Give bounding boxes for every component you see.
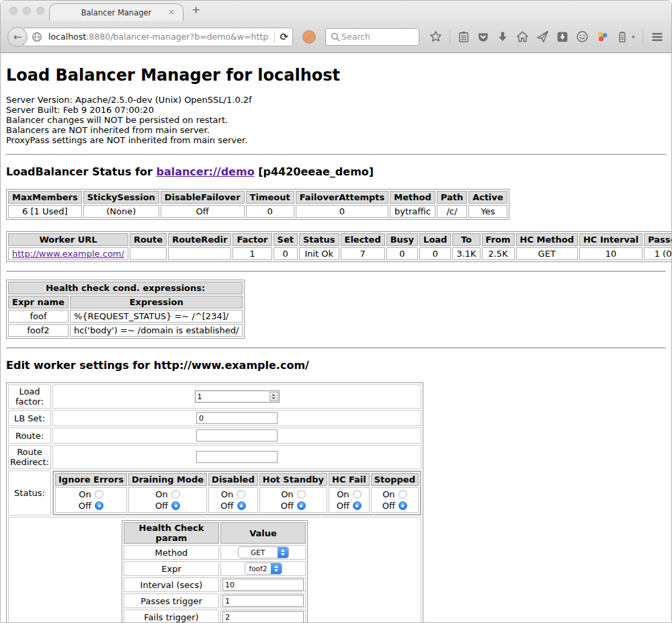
notice-proxypass: ProxyPass settings are NOT inherited fro…	[6, 135, 666, 145]
expr-label: Expr	[124, 561, 219, 576]
route-label: Route:	[8, 427, 51, 444]
download-box-icon[interactable]	[556, 31, 569, 43]
tab-balancer-manager[interactable]: Balancer Manager ×	[49, 3, 183, 21]
balancer-demo-link[interactable]: balancer://demo	[156, 165, 254, 178]
colorful-extension-icon[interactable]	[596, 30, 609, 43]
balancer-status-heading: LoadBalancer Status for balancer://demo …	[6, 165, 666, 178]
number-stepper-icon[interactable]	[269, 392, 278, 401]
hc-fail-off-radio[interactable]	[353, 501, 362, 510]
pocket-icon[interactable]	[477, 31, 489, 43]
close-window-button[interactable]	[9, 7, 17, 15]
ignore-errors-on-radio[interactable]	[95, 490, 103, 499]
route-row: Route:	[8, 427, 421, 444]
battery-extension-icon[interactable]	[616, 31, 628, 43]
fails-input[interactable]	[222, 611, 304, 622]
divider	[6, 347, 666, 349]
method-select[interactable]: GET	[238, 546, 289, 558]
traffic-lights	[9, 7, 44, 15]
divider	[6, 154, 666, 155]
content-blocked-icon[interactable]	[302, 30, 317, 44]
interval-label: Interval (secs)	[124, 577, 219, 592]
status-row: Status: Ignore Errors Draining Mode Disa…	[8, 470, 421, 515]
divider	[450, 30, 450, 44]
toolbar-icons: ▾	[429, 30, 672, 44]
edit-worker-form: Load factor: LB Set: Route: Route Redire…	[6, 382, 423, 622]
draining-mode-off-radio[interactable]	[171, 501, 180, 510]
status-options-table: Ignore Errors Draining Mode Disabled Hot…	[53, 471, 421, 515]
load-factor-label: Load factor:	[8, 384, 51, 409]
page-title: Load Balancer Manager for localhost	[6, 66, 666, 85]
passes-label: Passes trigger	[124, 593, 219, 608]
divider	[642, 30, 643, 44]
home-icon[interactable]	[516, 30, 529, 43]
new-tab-button[interactable]: +	[192, 3, 200, 16]
hot-standby-off-radio[interactable]	[297, 501, 306, 510]
feedback-smiley-icon[interactable]	[576, 30, 589, 43]
hc-fail-on-radio[interactable]	[353, 490, 362, 499]
lb-set-row: LB Set:	[8, 410, 421, 426]
server-built: Server Built: Feb 9 2016 07:00:20	[6, 105, 666, 115]
browser-window: Balancer Manager × + ← localhost:8880/ba…	[0, 0, 672, 623]
worker-url-link[interactable]: http://www.example.com/	[12, 249, 124, 259]
table-row: http://www.example.com/ 1 0 Init Ok 7 0 …	[8, 247, 671, 260]
load-factor-row: Load factor:	[8, 384, 421, 409]
globe-icon	[32, 32, 42, 42]
divider	[6, 271, 666, 272]
reading-list-icon[interactable]	[458, 31, 470, 43]
route-redirect-input[interactable]	[196, 451, 278, 463]
zoom-window-button[interactable]	[36, 7, 44, 15]
reload-icon[interactable]: ⟳	[280, 31, 288, 43]
page-content: Load Balancer Manager for localhost Serv…	[1, 53, 671, 622]
ignore-errors-off-radio[interactable]	[95, 501, 103, 510]
select-arrows-icon	[271, 563, 281, 574]
table-row: foof2 hc('body') =~ /domain is establish…	[8, 324, 243, 337]
expr-select[interactable]: foof2	[245, 563, 282, 575]
tab-bar: Balancer Manager × +	[1, 1, 671, 21]
interval-input[interactable]	[222, 579, 304, 591]
back-button[interactable]: ←	[7, 27, 28, 47]
lb-set-label: LB Set:	[8, 410, 51, 426]
notice-persist: Balancer changes will NOT be persisted o…	[6, 115, 666, 125]
draining-mode-on-radio[interactable]	[171, 490, 180, 499]
passes-input[interactable]	[222, 595, 304, 607]
url-bar[interactable]: localhost:8880/balancer-manager?b=demo&w…	[23, 28, 293, 46]
route-input[interactable]	[196, 429, 278, 442]
tab-close-icon[interactable]: ×	[168, 7, 175, 17]
method-label: Method	[124, 545, 219, 560]
search-bar[interactable]	[325, 28, 419, 46]
navigation-toolbar: ← localhost:8880/balancer-manager?b=demo…	[1, 21, 671, 53]
lb-set-input[interactable]	[196, 412, 278, 424]
disabled-off-radio[interactable]	[237, 501, 246, 510]
url-text[interactable]: localhost:8880/balancer-manager?b=demo&w…	[48, 32, 269, 42]
menu-icon[interactable]	[650, 30, 664, 44]
search-icon	[331, 32, 340, 42]
server-info: Server Version: Apache/2.5.0-dev (Unix) …	[6, 95, 666, 145]
balancer-status-table: MaxMembers StickySession DisableFailover…	[6, 189, 509, 220]
route-redirect-row: Route Redirect:	[8, 445, 421, 469]
downloads-icon[interactable]	[497, 31, 509, 43]
divider	[274, 31, 275, 43]
send-tab-icon[interactable]	[536, 30, 549, 43]
server-version: Server Version: Apache/2.5.0-dev (Unix) …	[6, 95, 666, 105]
tab-title: Balancer Manager	[81, 8, 152, 17]
fails-label: Fails trigger)	[124, 610, 219, 622]
stopped-off-radio[interactable]	[398, 501, 407, 510]
chevron-down-icon[interactable]: ▾	[632, 34, 635, 40]
edit-worker-heading: Edit worker settings for http://www.exam…	[6, 359, 666, 372]
health-check-expressions-table: Health check cond. expressions: Expr nam…	[6, 280, 245, 339]
stopped-on-radio[interactable]	[398, 490, 407, 499]
worker-status-table: Worker URL Route RouteRedir Factor Set S…	[6, 231, 671, 262]
bookmark-star-icon[interactable]	[429, 30, 442, 43]
route-redirect-label: Route Redirect:	[8, 445, 51, 469]
minimize-window-button[interactable]	[23, 7, 31, 15]
disabled-on-radio[interactable]	[237, 490, 245, 499]
load-factor-input[interactable]	[195, 390, 280, 403]
hot-standby-on-radio[interactable]	[297, 490, 306, 499]
search-input[interactable]	[340, 31, 414, 42]
table-row: foof %{REQUEST_STATUS} =~ /^[234]/	[8, 310, 243, 323]
notice-balancers: Balancers are NOT inherited from main se…	[6, 125, 666, 135]
health-check-param-table: Health Check param Value Method GET	[122, 520, 308, 622]
expr-table-title: Health check cond. expressions:	[8, 282, 243, 294]
select-arrows-icon	[278, 547, 288, 558]
table-row: 6 [1 Used] (None) Off 0 0 bytraffic /c/ …	[8, 205, 507, 218]
